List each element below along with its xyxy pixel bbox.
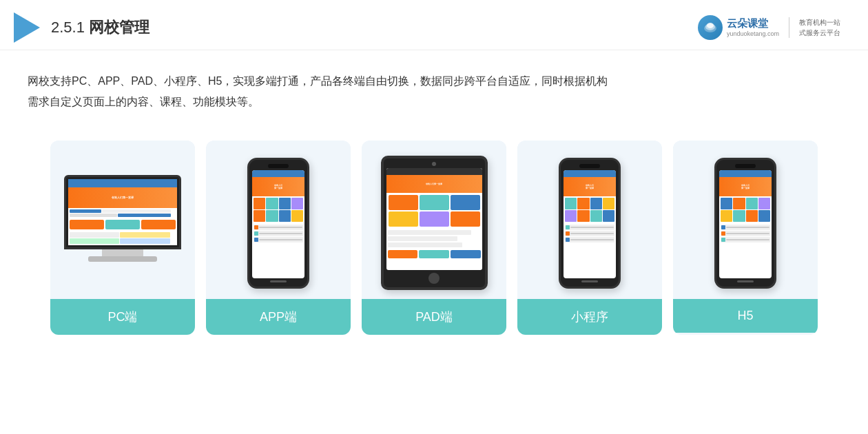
phone-notch-mini <box>579 164 600 168</box>
phone-screen-h5: 创造人们第一堂课 <box>719 170 772 278</box>
description-line2: 需求自定义页面上的内容、课程、功能模块等。 <box>28 92 840 112</box>
tablet-screen-hero: 创造人们第一堂课 <box>386 175 482 193</box>
brand-slogan: 教育机构一站 式服务云平台 <box>799 17 840 38</box>
card-app-image: 创造人们第一堂课 <box>206 141 351 299</box>
phone-device-h5: 创造人们第一堂课 <box>714 158 776 289</box>
phone-screen-bar-mini <box>564 170 616 177</box>
tablet-rows <box>386 229 482 249</box>
phone-screen-hero-mini: 创造人们第一堂课 <box>564 177 616 196</box>
monitor-base <box>102 249 143 256</box>
phone-home-mini <box>581 280 598 282</box>
phone-list <box>252 223 304 244</box>
svg-point-2 <box>707 23 714 28</box>
card-h5-label: H5 <box>673 299 818 333</box>
header-left: 2.5.1 网校管理 <box>14 12 149 43</box>
brand-divider <box>789 17 789 38</box>
phone-list-item <box>254 231 303 236</box>
card-pc-image: 创造人们第一堂课 <box>50 141 195 299</box>
screen-hero-text: 创造人们第一堂课 <box>112 196 134 199</box>
phone-screen-hero: 创造人们第一堂课 <box>252 177 304 196</box>
phone-screen-app: 创造人们第一堂课 <box>252 170 304 278</box>
phone-screen-bar <box>252 170 304 177</box>
slogan-line1: 教育机构一站 <box>799 17 840 28</box>
screen-hero: 创造人们第一堂课 <box>68 187 177 208</box>
screen-content: 创造人们第一堂课 <box>68 179 177 245</box>
phone-list-item <box>565 225 614 230</box>
monitor-device: 创造人们第一堂课 <box>64 175 181 271</box>
description-block: 网校支持PC、APP、PAD、小程序、H5，实现多端打通，产品各终端自由切换，数… <box>0 50 868 120</box>
phone-list-item <box>254 237 303 242</box>
card-miniprogram-image: 创造人们第一堂课 <box>517 141 662 299</box>
phone-device-mini: 创造人们第一堂课 <box>559 158 621 289</box>
phone-notch-app <box>268 164 289 168</box>
slogan-line2: 式服务云平台 <box>799 28 840 38</box>
phone-grid-h5 <box>719 196 772 224</box>
brand-name: 云朵课堂 <box>727 17 779 30</box>
monitor-screen-outer: 创造人们第一堂课 <box>64 175 181 249</box>
phone-hero-text-h5: 创造人们第一堂课 <box>741 184 750 189</box>
screen-rows <box>68 208 177 218</box>
phone-grid-mini <box>564 196 616 224</box>
screen-bottom <box>68 218 177 231</box>
phone-home-app <box>270 280 287 282</box>
phone-list-mini <box>564 223 616 244</box>
card-h5: 创造人们第一堂课 <box>673 141 818 335</box>
header-right: 云朵课堂 yunduoketang.com 教育机构一站 式服务云平台 <box>698 15 840 40</box>
tablet-camera <box>432 162 436 166</box>
card-h5-image: 创造人们第一堂课 <box>673 141 818 299</box>
screen-bar <box>68 179 177 187</box>
phone-device-app: 创造人们第一堂课 <box>247 158 309 289</box>
tablet-home <box>428 273 440 284</box>
phone-list-item <box>254 225 303 230</box>
phone-list-item <box>721 237 770 242</box>
cards-container: 创造人们第一堂课 <box>0 120 868 355</box>
card-miniprogram-label: 小程序 <box>517 299 662 335</box>
phone-screen-hero-h5: 创造人们第一堂课 <box>719 177 772 196</box>
tablet-row <box>388 242 462 247</box>
monitor-screen-inner: 创造人们第一堂课 <box>68 179 177 245</box>
phone-home-h5 <box>737 280 754 282</box>
monitor-foot <box>88 256 157 262</box>
phone-list-h5 <box>719 223 772 244</box>
page-title: 2.5.1 网校管理 <box>51 17 149 38</box>
logo-icon <box>14 12 40 43</box>
tablet-screen: 创造人们第一堂课 <box>386 168 482 270</box>
phone-list-item <box>565 237 614 242</box>
card-pad: 创造人们第一堂课 <box>362 141 506 335</box>
phone-hero-text: 创造人们第一堂课 <box>274 184 282 189</box>
section-number: 2.5.1 <box>51 19 85 36</box>
phone-notch-h5 <box>735 164 756 168</box>
card-pad-label: PAD端 <box>362 299 506 335</box>
card-miniprogram: 创造人们第一堂课 <box>517 141 662 335</box>
brand-url: yunduoketang.com <box>727 30 779 39</box>
tablet-grid <box>386 193 482 229</box>
phone-hero-text-mini: 创造人们第一堂课 <box>586 184 594 189</box>
tablet-screen-bar <box>386 168 482 175</box>
tablet-row <box>388 230 472 235</box>
phone-grid <box>252 196 304 224</box>
phone-list-item <box>721 231 770 236</box>
card-app-label: APP端 <box>206 299 351 335</box>
card-pad-image: 创造人们第一堂课 <box>362 141 506 299</box>
brand-text: 云朵课堂 yunduoketang.com <box>727 17 779 38</box>
card-pc: 创造人们第一堂课 <box>50 141 195 335</box>
tablet-hero-text: 创造人们第一堂课 <box>426 183 442 185</box>
phone-list-item <box>721 225 770 230</box>
brand-logo: 云朵课堂 yunduoketang.com <box>698 15 779 40</box>
page-header: 2.5.1 网校管理 云朵课堂 yunduoketang.com 教育机构一站 … <box>0 0 868 50</box>
phone-list-item <box>565 231 614 236</box>
brand-icon <box>698 15 723 40</box>
tablet-row <box>388 236 457 241</box>
phone-screen-mini: 创造人们第一堂课 <box>564 170 616 278</box>
section-title: 网校管理 <box>89 19 149 36</box>
card-app: 创造人们第一堂课 <box>206 141 351 335</box>
card-pc-label: PC端 <box>50 299 195 335</box>
description-line1: 网校支持PC、APP、PAD、小程序、H5，实现多端打通，产品各终端自由切换，数… <box>28 71 840 92</box>
tablet-device: 创造人们第一堂课 <box>381 156 488 290</box>
phone-screen-bar-h5 <box>719 170 772 177</box>
